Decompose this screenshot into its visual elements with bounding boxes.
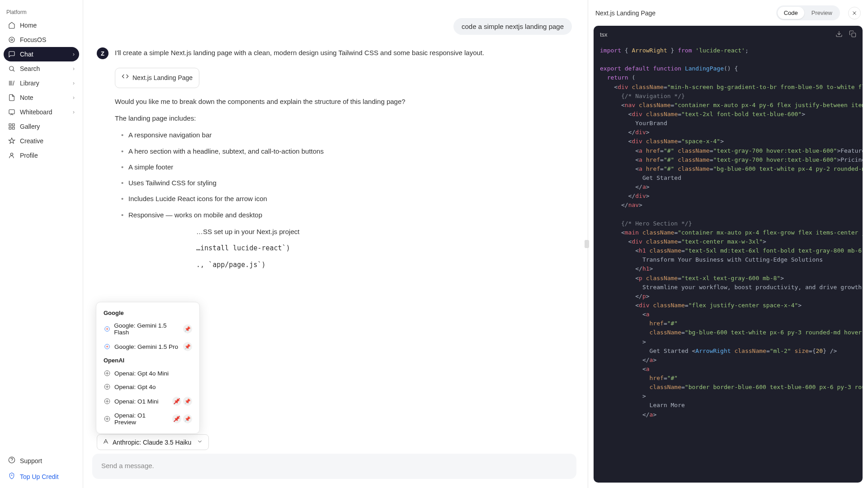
model-option-label: Openai: O1 Mini [114,398,159,405]
chevron-down-icon [197,438,203,446]
gallery-icon [8,123,15,130]
sidebar-item-label: FocusOS [20,36,46,43]
profile-icon [8,152,15,159]
model-popover[interactable]: GoogleGoogle: Gemini 1.5 Flash📌Google: G… [96,302,200,434]
artifact-chip[interactable]: Next.js Landing Page [115,68,199,88]
download-button[interactable] [835,30,843,39]
chat-icon [8,51,15,58]
sidebar-item-label: Chat [20,51,33,58]
sidebar-item-creative[interactable]: Creative [4,134,79,148]
model-option[interactable]: Openai: Gpt 4o [100,380,196,394]
assistant-fragment-1: …SS set up in your Next.js project [115,226,572,237]
assistant-bullet: Includes Lucide React icons for the arro… [121,193,572,204]
svg-point-8 [10,153,13,155]
model-option[interactable]: Google: Gemini 1.5 Flash📌 [100,319,196,339]
sidebar-item-home[interactable]: Home [4,18,79,33]
google-icon [104,325,110,333]
chat-input[interactable]: Send a message. [92,454,576,479]
focus-icon [8,36,15,43]
svg-rect-7 [12,127,14,129]
svg-rect-5 [12,124,14,126]
svg-rect-6 [9,127,11,129]
support-icon [8,456,15,465]
chevron-right-icon: › [73,94,75,101]
model-option[interactable]: Openai: O1 Preview📌📌 [100,409,196,429]
code-panel: Next.js Landing Page Code Preview tsx im… [588,0,868,488]
sidebar-item-note[interactable]: Note› [4,90,79,105]
sidebar-topup-link[interactable]: Top Up Credit [4,469,79,484]
code-panel-header: Next.js Landing Page Code Preview [588,0,868,26]
model-option-label: Google: Gemini 1.5 Flash [114,322,179,336]
sidebar-item-focusos[interactable]: FocusOS [4,33,79,47]
openai-icon [104,415,111,422]
assistant-question: Would you like me to break down the comp… [115,96,572,107]
popover-group-label: OpenAI [100,354,196,366]
model-option[interactable]: Google: Gemini 1.5 Pro📌 [100,339,196,354]
svg-point-1 [9,37,14,42]
note-icon [8,94,15,101]
model-selector-label: Anthropic: Claude 3.5 Haiku [113,439,191,446]
model-option-label: Openai: Gpt 4o Mini [114,370,169,377]
assistant-bullet: Uses Tailwind CSS for styling [121,178,572,188]
model-option[interactable]: Openai: O1 Mini📌📌 [100,394,196,409]
sidebar-item-whiteboard[interactable]: Whiteboard› [4,105,79,119]
close-icon [851,10,858,16]
sidebar-item-search[interactable]: Search› [4,61,79,76]
assistant-message-row: Z I'll create a simple Next.js landing p… [97,47,572,277]
sidebar-item-label: Home [20,22,37,29]
svg-point-0 [11,39,13,41]
sidebar-item-library[interactable]: Library› [4,76,79,90]
anthropic-icon [103,438,109,446]
assistant-intro-text: I'll create a simple Next.js landing pag… [115,47,572,58]
svg-rect-3 [9,110,14,114]
chat-panel: code a simple nextjs landing page Z I'll… [83,0,585,488]
resize-handle[interactable] [585,0,588,488]
assistant-bullet: A hero section with a headline, subtext,… [121,146,572,156]
model-selector-chip[interactable]: Anthropic: Claude 3.5 Haiku [97,434,209,450]
pin-off-icon: 📌 [172,414,181,423]
topup-icon [8,472,15,481]
popover-group-label: Google [100,307,196,319]
svg-rect-4 [9,124,11,126]
model-option[interactable]: Openai: Gpt 4o Mini [100,366,196,380]
sidebar-support-link[interactable]: Support [4,453,79,469]
tab-preview[interactable]: Preview [805,7,839,19]
artifact-chip-label: Next.js Landing Page [132,73,193,83]
sidebar-item-label: Search [20,65,40,72]
search-icon [8,65,15,72]
sidebar-section-label: Platform [4,4,79,18]
sidebar-item-label: Gallery [20,123,40,130]
copy-button[interactable] [849,30,856,39]
sidebar-item-label: Creative [20,137,43,145]
model-option-label: Openai: Gpt 4o [114,384,156,390]
close-panel-button[interactable] [848,7,861,19]
chevron-right-icon: › [73,66,75,72]
tab-code[interactable]: Code [778,7,804,19]
assistant-avatar: Z [97,47,108,59]
model-option-label: Openai: O1 Preview [114,412,169,426]
assistant-bullet: A simple footer [121,162,572,172]
pin-icon: 📌 [183,324,192,333]
assistant-includes-label: The landing page includes: [115,113,572,123]
creative-icon [8,137,15,145]
user-message-bubble: code a simple nextjs landing page [453,18,572,35]
svg-point-2 [9,66,14,70]
sidebar-item-label: Note [20,94,33,101]
google-icon [104,343,111,350]
sidebar: Platform HomeFocusOSChat›Search›Library›… [0,0,83,488]
code-panel-tabs: Code Preview [776,5,840,20]
sidebar-item-profile[interactable]: Profile [4,148,79,163]
assistant-body: I'll create a simple Next.js landing pag… [115,47,572,277]
sidebar-item-gallery[interactable]: Gallery [4,119,79,134]
model-option-label: Google: Gemini 1.5 Pro [114,343,178,350]
chevron-right-icon: › [73,80,75,86]
assistant-bullet-list: A responsive navigation barA hero sectio… [115,130,572,220]
code-icon [122,73,129,83]
sidebar-bottom-label: Top Up Credit [20,473,59,480]
svg-rect-12 [852,33,856,37]
openai-icon [104,383,111,390]
openai-icon [104,398,111,405]
code-body[interactable]: import { ArrowRight } from 'lucide-react… [594,43,863,483]
sidebar-item-chat[interactable]: Chat› [4,47,79,61]
openai-icon [104,370,111,377]
